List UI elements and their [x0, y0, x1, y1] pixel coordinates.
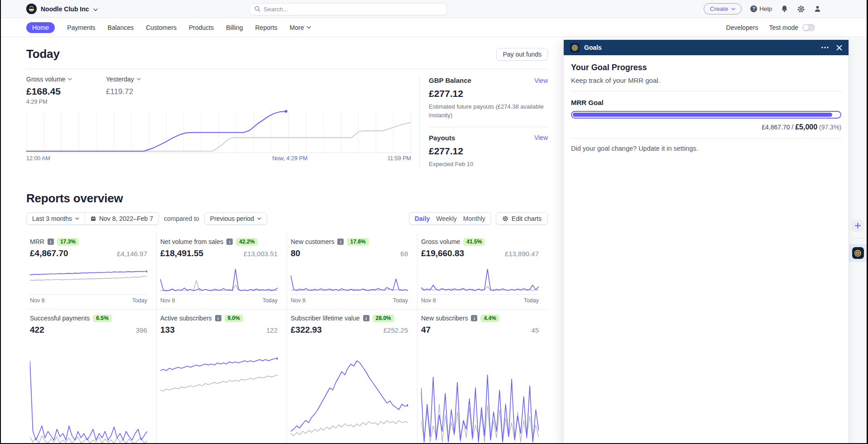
sparkline-end-label: Today	[132, 297, 147, 304]
nav-item-payments[interactable]: Payments	[67, 24, 95, 31]
gross-volume-metric-selector[interactable]: Gross volume	[26, 76, 106, 83]
info-icon[interactable]: i	[215, 315, 221, 321]
rail-divider	[853, 238, 863, 239]
org-switcher[interactable]: Noodle Club Inc	[26, 4, 98, 14]
more-options-icon[interactable]	[821, 47, 829, 48]
payouts-desc: Expected Feb 10	[429, 160, 548, 169]
org-avatar	[26, 4, 37, 14]
info-icon[interactable]: i	[363, 315, 369, 321]
date-range-picker[interactable]: Nov 8, 2022–Feb 7	[85, 213, 158, 224]
goal-percent: (97.3%)	[817, 124, 841, 131]
info-icon[interactable]: i	[226, 239, 233, 245]
test-mode-toggle[interactable]	[802, 24, 815, 31]
metric-compare-value: 45	[531, 326, 539, 334]
chevron-down-icon	[68, 78, 72, 81]
growth-badge: 4.4%	[480, 315, 499, 322]
user-profile-icon[interactable]	[814, 5, 821, 13]
gear-icon	[502, 215, 508, 222]
nav-item-developers[interactable]: Developers	[726, 24, 758, 31]
compared-to-label: compared to	[164, 215, 199, 222]
sparkline-end-label: Today	[263, 297, 278, 304]
plus-icon	[855, 223, 861, 229]
metric-label: New subscribers	[421, 315, 468, 322]
gbp-balance-label: GBP Balance	[429, 76, 471, 84]
granularity-weekly[interactable]: Weekly	[433, 215, 460, 222]
gbp-balance-view-link[interactable]: View	[534, 77, 548, 84]
edit-charts-button[interactable]: Edit charts	[496, 212, 548, 225]
nav-item-home[interactable]: Home	[26, 22, 55, 33]
pay-out-funds-button[interactable]: Pay out funds	[496, 48, 548, 61]
goal-current-amount: £4,867.70 /	[762, 124, 795, 131]
goal-progress-heading: Your Goal Progress	[571, 63, 841, 72]
nav-item-billing[interactable]: Billing	[226, 24, 243, 31]
axis-label-end: 11:59 PM	[387, 155, 411, 162]
nav-item-reports[interactable]: Reports	[255, 24, 278, 31]
granularity-daily[interactable]: Daily	[412, 215, 432, 222]
granularity-monthly[interactable]: Monthly	[460, 215, 488, 222]
metric-compare-value: £13,890.47	[505, 250, 539, 258]
metric-value: £18,491.55	[160, 248, 203, 258]
calendar-icon	[91, 216, 96, 221]
metric-label: Net volume from sales	[160, 238, 223, 245]
metric-card: MRR i 17.3% £4,867.70 £4,146.97 Nov 8 To…	[26, 233, 157, 310]
date-range-selector[interactable]: Last 3 months	[27, 213, 85, 224]
metric-card: New subscribers i 4.4% 47 45 Nov 8 Today	[417, 310, 548, 444]
info-icon[interactable]: i	[471, 315, 477, 321]
add-app-button[interactable]	[852, 220, 864, 232]
metric-value: £4,867.70	[30, 248, 68, 258]
chevron-down-icon	[257, 217, 261, 220]
metric-compare-value: 122	[266, 326, 278, 334]
gbp-balance-value: £277.12	[429, 88, 548, 99]
close-icon[interactable]	[836, 45, 842, 51]
create-button-label: Create	[710, 5, 729, 12]
metric-card: Active subscribers i 9.0% 133 122 Nov 8 …	[157, 310, 287, 444]
metric-compare-value: 396	[136, 326, 147, 334]
growth-badge: 41.5%	[463, 238, 485, 246]
balance-divider	[429, 127, 548, 127]
compare-period-label: Previous period	[210, 215, 254, 222]
screen-edge-left	[0, 0, 1, 444]
help-button[interactable]: ? Help	[750, 5, 772, 12]
nav-item-balances[interactable]: Balances	[108, 24, 134, 31]
payouts-label: Payouts	[429, 134, 455, 142]
comparison-period-selector[interactable]: Yesterday	[106, 76, 141, 83]
date-range-dates: Nov 8, 2022–Feb 7	[99, 215, 153, 222]
goals-app-rail-button[interactable]	[849, 244, 867, 262]
search-bar[interactable]	[249, 3, 447, 15]
metric-compare-value: 68	[400, 250, 408, 258]
payouts-view-link[interactable]: View	[534, 134, 548, 141]
goal-amounts: £4,867.70 / £5,000 (97.3%)	[571, 123, 841, 138]
metric-compare-value: £13,003.51	[244, 250, 278, 258]
goal-footnote: Did your goal change? Update it in setti…	[571, 145, 841, 152]
main-nav: Home Payments Balances Customers Product…	[1, 18, 867, 37]
compare-period-selector[interactable]: Previous period	[205, 213, 267, 224]
gross-volume-label: Gross volume	[26, 76, 65, 83]
info-icon[interactable]: i	[48, 239, 54, 245]
metric-sparkline-chart	[291, 342, 408, 444]
yesterday-value: £119.72	[106, 87, 141, 96]
yesterday-label: Yesterday	[106, 76, 134, 83]
nav-item-customers[interactable]: Customers	[146, 24, 177, 31]
sparkline-start-label: Nov 8	[30, 297, 45, 304]
sparkline-start-label: Nov 8	[160, 297, 175, 304]
sparkline-start-label: Nov 8	[421, 297, 436, 304]
settings-gear-icon[interactable]	[797, 5, 805, 13]
nav-item-products[interactable]: Products	[189, 24, 214, 31]
search-icon	[254, 5, 260, 14]
create-button[interactable]: Create	[704, 3, 742, 14]
mrr-goal-label: MRR Goal	[571, 99, 841, 106]
notifications-bell-icon[interactable]	[781, 5, 788, 13]
info-icon[interactable]: i	[337, 239, 344, 245]
reports-overview-title: Reports overview	[26, 191, 548, 205]
chevron-down-icon	[307, 26, 311, 29]
today-gross-volume-chart	[26, 110, 411, 153]
metric-card: New customers i 17.6% 80 68 Nov 8 Today	[287, 233, 417, 310]
nav-item-more[interactable]: More	[290, 24, 312, 31]
goals-target-icon	[570, 43, 580, 53]
gbp-balance-desc: Estimated future payouts (£274.38 availa…	[429, 103, 548, 120]
nav-more-label: More	[290, 24, 304, 31]
metric-sparkline-chart	[160, 265, 278, 294]
metric-sparkline-chart	[421, 265, 539, 294]
search-input[interactable]	[264, 6, 442, 13]
metric-label: Gross volume	[421, 238, 460, 245]
